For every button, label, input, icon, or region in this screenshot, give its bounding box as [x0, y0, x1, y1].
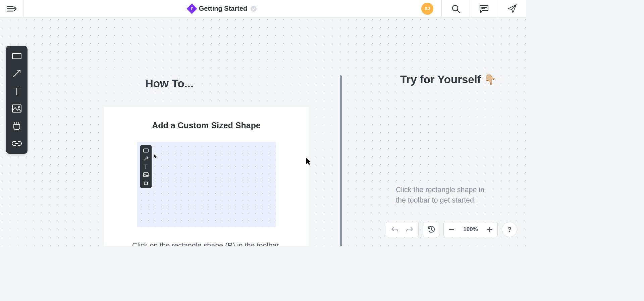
search-button[interactable]: [441, 0, 470, 17]
preview-tool-arrow: [142, 155, 150, 162]
undo-redo-group: [386, 222, 419, 237]
redo-icon: [406, 226, 413, 232]
top-bar: F Getting Started SJ: [0, 0, 526, 17]
zoom-in-button[interactable]: [482, 222, 497, 237]
preview-cursor-icon: [154, 154, 157, 160]
redo-button[interactable]: [402, 222, 417, 237]
howto-heading: How To...: [0, 77, 339, 90]
svg-line-4: [457, 10, 460, 12]
zoom-level[interactable]: 100%: [459, 226, 482, 233]
comments-icon: [479, 5, 489, 13]
tool-text[interactable]: [9, 85, 25, 97]
preview-tool-icon: [142, 179, 150, 186]
app-logo-icon: F: [186, 3, 197, 14]
try-heading-text: Try for Yourself: [400, 73, 481, 86]
zoom-group: 100%: [443, 222, 498, 237]
pointing-down-icon: 👇🏼: [484, 75, 496, 85]
avatar-initials: SJ: [425, 6, 430, 11]
svg-rect-18: [144, 149, 148, 152]
history-icon: [427, 225, 435, 233]
svg-point-13: [18, 106, 19, 108]
zoom-out-button[interactable]: [444, 222, 459, 237]
section-divider[interactable]: [340, 75, 342, 246]
svg-line-27: [431, 230, 433, 230]
svg-line-9: [13, 70, 20, 77]
mouse-cursor-icon: [306, 158, 312, 165]
svg-line-19: [144, 157, 148, 160]
view-controls: 100% ?: [386, 222, 517, 237]
document-title-area[interactable]: F Getting Started: [23, 5, 421, 12]
document-title: Getting Started: [199, 5, 247, 12]
undo-icon: [391, 226, 398, 232]
svg-rect-22: [144, 173, 148, 177]
sync-status-icon: [251, 6, 257, 12]
tool-icon[interactable]: [9, 120, 25, 132]
app-logo-letter: F: [191, 6, 193, 10]
tutorial-card-title: Add a Custom Sized Shape: [119, 121, 294, 130]
top-bar-right: SJ: [421, 0, 526, 17]
preview-toolbar: [140, 145, 152, 188]
send-icon: [507, 4, 517, 13]
user-avatar[interactable]: SJ: [421, 3, 433, 15]
preview-tool-rectangle: [142, 147, 150, 154]
tutorial-instruction: Click on the rectangle shape (R) in the …: [119, 241, 294, 246]
menu-arrow-icon: [7, 5, 16, 12]
svg-rect-8: [12, 53, 21, 59]
preview-tool-text: [142, 163, 150, 170]
history-button[interactable]: [423, 222, 439, 237]
preview-tool-image: [142, 171, 150, 178]
tutorial-preview: [137, 142, 276, 227]
shape-toolbar: [6, 46, 28, 154]
tool-arrow[interactable]: [9, 67, 25, 80]
undo-button[interactable]: [387, 222, 402, 237]
comments-button[interactable]: [470, 0, 498, 17]
help-icon: ?: [507, 226, 512, 233]
try-heading: Try for Yourself 👇🏼: [400, 73, 496, 86]
canvas[interactable]: How To... Try for Yourself 👇🏼 Add a Cust…: [0, 17, 526, 246]
tool-rectangle[interactable]: [9, 50, 25, 62]
tool-image[interactable]: [9, 102, 25, 115]
share-button[interactable]: [498, 0, 526, 17]
svg-rect-12: [12, 105, 21, 112]
tutorial-card[interactable]: Add a Custom Sized Shape Click on the re…: [104, 107, 309, 246]
search-icon: [451, 4, 460, 13]
tool-link[interactable]: [9, 137, 25, 150]
menu-toggle[interactable]: [0, 0, 23, 17]
help-button[interactable]: ?: [502, 222, 517, 237]
tutorial-instruction-line1: Click on the rectangle shape (R) in the …: [132, 242, 280, 246]
try-instruction: Click the rectangle shape in the toolbar…: [396, 185, 493, 206]
